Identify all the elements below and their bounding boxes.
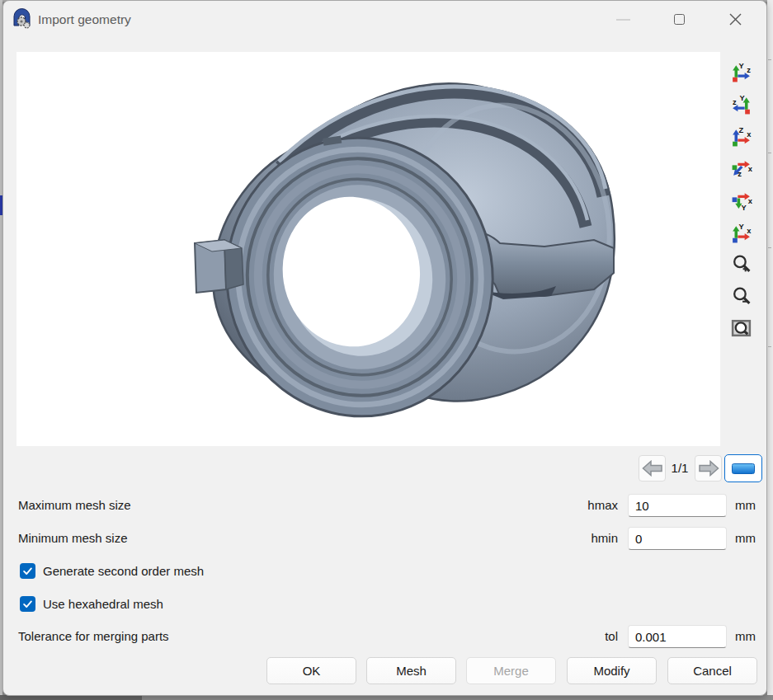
window-title: Import geometry: [38, 1, 131, 38]
import-geometry-dialog: Import geometry: [2, 0, 767, 696]
geometry-viewport[interactable]: [16, 52, 720, 446]
part-color-swatch: [732, 463, 755, 474]
svg-text:Y: Y: [738, 62, 744, 70]
hmin-input[interactable]: [628, 527, 727, 550]
svg-text:x: x: [747, 130, 752, 139]
close-icon: [728, 12, 742, 26]
checkmark-icon: [21, 598, 34, 610]
hmin-symbol: hmin: [544, 527, 618, 550]
svg-text:Y: Y: [738, 223, 744, 231]
view-yz-icon[interactable]: Yz: [727, 59, 755, 85]
hexahedral-mesh-label: Use hexahedral mesh: [43, 597, 163, 611]
part-pager-label: 1/1: [667, 455, 693, 482]
hmin-unit: mm: [735, 527, 756, 550]
zoom-out-icon[interactable]: [727, 283, 755, 309]
ok-button[interactable]: OK: [266, 657, 356, 684]
view-xz-icon[interactable]: zx: [727, 154, 755, 181]
svg-text:Y: Y: [741, 203, 747, 210]
svg-text:z: z: [733, 98, 737, 106]
part-color-button[interactable]: [724, 454, 762, 482]
tolerance-unit: mm: [735, 625, 756, 648]
hexahedral-mesh-checkbox[interactable]: [20, 596, 35, 612]
tolerance-label: Tolerance for merging parts: [18, 625, 169, 648]
tolerance-input[interactable]: [628, 625, 727, 648]
second-order-mesh-checkbox[interactable]: [20, 563, 35, 579]
previous-part-button[interactable]: [639, 455, 666, 482]
svg-text:Y: Y: [739, 94, 745, 102]
screen: Import geometry: [0, 0, 773, 700]
pipe-coupling-model: [16, 52, 720, 446]
mesh-button[interactable]: Mesh: [366, 657, 456, 684]
hmax-input[interactable]: [628, 494, 727, 517]
next-part-button[interactable]: [695, 455, 722, 482]
svg-text:z: z: [747, 66, 751, 74]
minimize-icon: [616, 19, 630, 21]
view-xy-icon[interactable]: Yx: [727, 186, 755, 213]
close-button[interactable]: [716, 1, 754, 38]
max-mesh-size-label: Maximum mesh size: [18, 494, 131, 517]
arrow-left-icon: [642, 460, 663, 477]
svg-text:Z: Z: [738, 126, 743, 134]
min-mesh-size-label: Minimum mesh size: [18, 527, 128, 550]
view-yx-icon[interactable]: Yx: [727, 219, 755, 246]
hmax-unit: mm: [735, 494, 756, 517]
arrow-right-icon: [698, 460, 719, 477]
modify-button[interactable]: Modify: [567, 657, 657, 684]
maximize-button[interactable]: [660, 1, 698, 38]
background-right-strip: [767, 0, 773, 700]
svg-text:x: x: [747, 164, 752, 172]
svg-text:z: z: [738, 170, 742, 178]
cancel-button[interactable]: Cancel: [667, 657, 757, 684]
maximize-icon: [674, 14, 685, 25]
title-bar[interactable]: Import geometry: [3, 1, 766, 38]
hmax-symbol: hmax: [544, 494, 618, 517]
zoom-in-icon[interactable]: [727, 251, 755, 277]
view-zy-icon[interactable]: Yz: [727, 91, 755, 117]
second-order-mesh-label: Generate second order mesh: [43, 564, 204, 578]
view-zx-icon[interactable]: Zx: [727, 123, 755, 149]
second-order-mesh-checkbox-row[interactable]: Generate second order mesh: [20, 562, 204, 579]
hexahedral-mesh-checkbox-row[interactable]: Use hexahedral mesh: [20, 595, 163, 612]
minimize-button[interactable]: [604, 1, 642, 38]
checkmark-icon: [21, 565, 34, 577]
app-icon: [12, 8, 33, 30]
zoom-window-icon[interactable]: [727, 314, 755, 341]
merge-button[interactable]: Merge: [466, 657, 556, 684]
svg-text:x: x: [747, 227, 752, 235]
svg-text:x: x: [747, 196, 752, 204]
tol-symbol: tol: [544, 625, 618, 648]
